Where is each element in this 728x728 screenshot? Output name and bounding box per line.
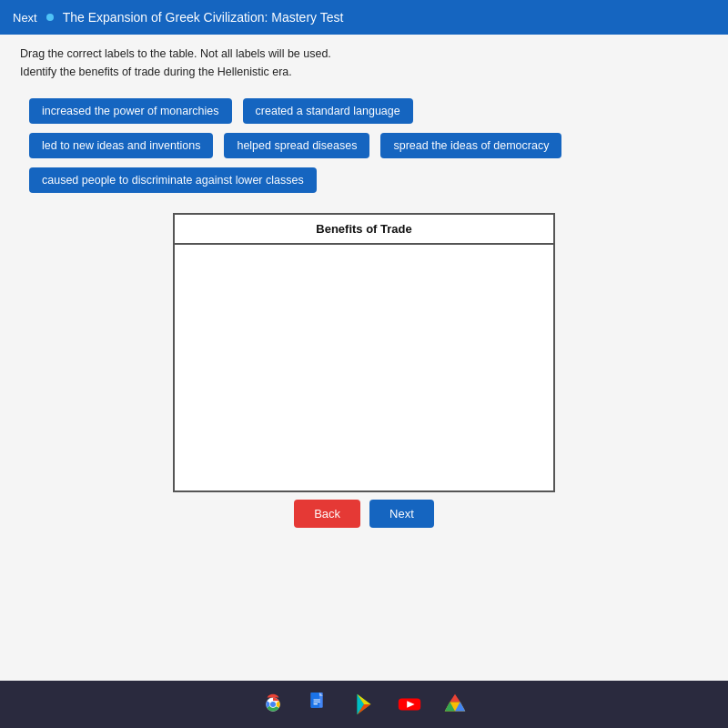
label-chip-discriminate[interactable]: caused people to discriminate against lo… bbox=[29, 167, 317, 193]
play-store-icon[interactable] bbox=[349, 690, 379, 719]
drop-table-wrapper: Benefits of Trade bbox=[173, 213, 555, 492]
bottom-buttons: Back Next bbox=[20, 492, 708, 533]
label-chip-language[interactable]: created a standard language bbox=[243, 98, 413, 124]
taskbar bbox=[0, 681, 728, 728]
labels-container: increased the power of monarchies create… bbox=[20, 98, 708, 193]
next-button[interactable]: Next bbox=[13, 11, 37, 25]
svg-marker-17 bbox=[450, 694, 460, 702]
content-area: Drag the correct labels to the table. No… bbox=[0, 35, 728, 681]
svg-rect-6 bbox=[313, 699, 320, 700]
label-chip-monarchies[interactable]: increased the power of monarchies bbox=[29, 98, 232, 124]
table-header: Benefits of Trade bbox=[175, 215, 553, 245]
labels-row-2: led to new ideas and inventions helped s… bbox=[29, 133, 708, 158]
drop-table: Benefits of Trade bbox=[173, 213, 555, 492]
title-bar: Next The Expansion of Greek Civilization… bbox=[0, 0, 728, 35]
youtube-icon[interactable] bbox=[395, 690, 424, 719]
docs-icon[interactable] bbox=[304, 690, 333, 719]
svg-rect-8 bbox=[313, 703, 318, 704]
table-drop-zone[interactable] bbox=[175, 245, 553, 490]
labels-row-1: increased the power of monarchies create… bbox=[29, 98, 708, 124]
label-chip-democracy[interactable]: spread the ideas of democracy bbox=[380, 133, 561, 158]
svg-point-2 bbox=[270, 702, 276, 707]
label-chip-inventions[interactable]: led to new ideas and inventions bbox=[29, 133, 213, 158]
next-label: Next bbox=[13, 11, 37, 25]
back-button[interactable]: Back bbox=[294, 500, 360, 528]
labels-row-3: caused people to discriminate against lo… bbox=[29, 167, 708, 193]
svg-rect-7 bbox=[313, 702, 320, 703]
page-title: The Expansion of Greek Civilization: Mas… bbox=[63, 10, 344, 25]
instruction-line2: Identify the benefits of trade during th… bbox=[20, 66, 708, 78]
next-submit-button[interactable]: Next bbox=[369, 500, 434, 528]
drive-icon[interactable] bbox=[440, 690, 470, 719]
chrome-icon[interactable] bbox=[258, 690, 288, 719]
status-dot bbox=[46, 14, 54, 21]
label-chip-diseases[interactable]: helped spread diseases bbox=[224, 133, 369, 158]
instruction-line1: Drag the correct labels to the table. No… bbox=[20, 47, 708, 60]
